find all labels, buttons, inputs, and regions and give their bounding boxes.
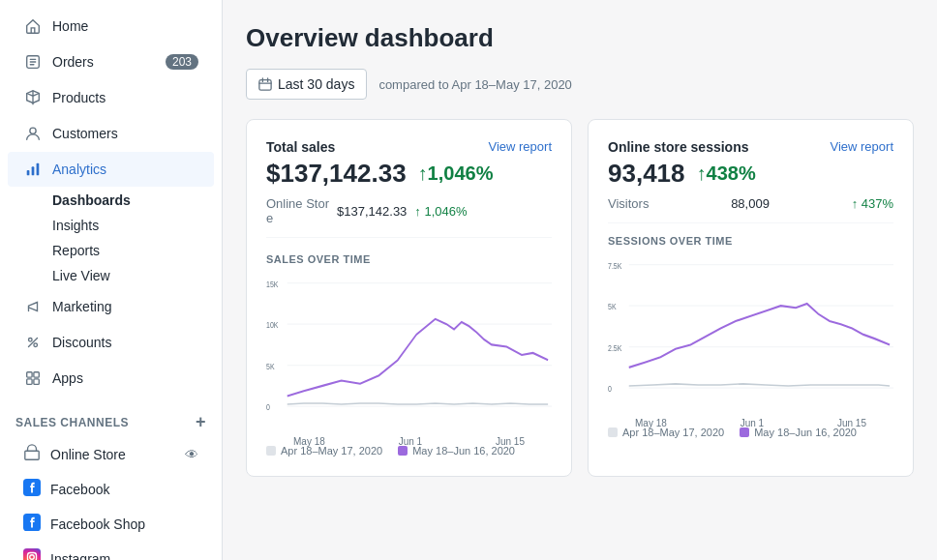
visitors-row: Visitors 88,009 ↑ 437% [608,196,893,223]
svg-rect-14 [23,548,41,560]
total-sales-sub: Online Store $137,142.33 ↑ 1,046% [266,196,552,238]
instagram-icon [23,548,41,560]
visitors-value: 88,009 [731,196,770,211]
analytics-subitems: Dashboards Insights Reports Live View [45,188,222,288]
svg-text:0: 0 [266,401,270,412]
sub-item-reports[interactable]: Reports [45,238,222,263]
sidebar: Home Orders 203 Products Customers Analy… [0,0,223,560]
total-sales-sub-value: $137,142.33 [337,204,407,219]
channel-online-store[interactable]: Online Store 👁 [8,437,214,471]
svg-point-5 [29,339,33,342]
x-label-jun1: Jun 1 [399,436,422,447]
analytics-icon [23,160,43,179]
svg-point-17 [35,553,36,554]
total-sales-sub-change: ↑ 1,046% [414,204,467,219]
sidebar-item-customers-label: Customers [52,126,198,141]
legend-dot-curr [398,446,408,456]
date-picker-button[interactable]: Last 30 days [246,69,367,100]
sub-item-dashboards[interactable]: Dashboards [45,188,222,213]
sidebar-item-home-label: Home [52,18,198,34]
sidebar-item-discounts-label: Discounts [52,335,198,350]
page-title: Overview dashboard [246,23,914,53]
sidebar-item-analytics-label: Analytics [52,162,198,177]
date-compare: compared to Apr 18–May 17, 2020 [378,77,571,92]
total-sales-sub-label: Online Store [266,196,329,225]
sidebar-item-analytics[interactable]: Analytics [8,152,214,187]
legend-dot-prev [266,446,276,456]
svg-point-6 [34,343,38,347]
channel-facebook-label: Facebook [50,482,198,497]
svg-rect-10 [34,379,39,384]
sidebar-item-marketing[interactable]: Marketing [8,289,214,324]
facebook-icon [23,479,41,499]
eye-icon[interactable]: 👁 [185,447,198,462]
sessions-legend-dot-curr [740,427,749,437]
products-icon [23,88,43,107]
svg-text:15K: 15K [266,279,279,289]
facebook-shop-icon [23,514,41,534]
cards-row: Total sales View report $137,142.33 ↑1,0… [246,119,914,477]
home-icon [23,16,43,36]
svg-text:10K: 10K [266,319,279,330]
store-icon [23,444,41,464]
svg-rect-4 [37,163,40,176]
sidebar-item-products[interactable]: Products [8,80,214,115]
svg-rect-18 [259,80,271,91]
total-sales-header: Total sales View report [266,139,552,155]
add-channel-icon[interactable]: + [196,412,206,432]
total-sales-view-report[interactable]: View report [488,139,552,154]
sessions-chart-label: SESSIONS OVER TIME [608,235,893,247]
sidebar-item-marketing-label: Marketing [52,299,198,314]
sub-item-liveview[interactable]: Live View [45,263,222,288]
sidebar-item-home[interactable]: Home [8,9,214,44]
total-sales-card: Total sales View report $137,142.33 ↑1,0… [246,119,572,477]
sessions-view-report[interactable]: View report [830,139,893,154]
channel-online-store-label: Online Store [50,447,175,462]
svg-text:7.5K: 7.5K [608,260,622,271]
channel-instagram[interactable]: Instagram [8,542,214,560]
sessions-title: Online store sessions [608,139,749,155]
total-sales-main: $137,142.33 ↑1,046% [266,159,552,189]
sessions-x-may18: May 18 [635,418,667,428]
svg-rect-3 [32,166,35,175]
svg-text:5K: 5K [266,361,275,371]
svg-text:0: 0 [608,383,612,394]
channel-facebook-shop[interactable]: Facebook Shop [8,507,214,541]
sidebar-item-discounts[interactable]: Discounts [8,325,214,360]
total-sales-title: Total sales [266,139,335,155]
sessions-value: 93,418 [608,159,685,189]
total-sales-value: $137,142.33 [266,159,407,189]
apps-icon [23,368,43,388]
sidebar-item-apps[interactable]: Apps [8,361,214,396]
orders-icon [23,52,43,72]
visitors-change: ↑ 437% [852,196,893,211]
svg-rect-11 [25,451,39,459]
channel-instagram-label: Instagram [50,551,198,561]
date-bar: Last 30 days compared to Apr 18–May 17, … [246,69,914,100]
x-label-jun15: Jun 15 [496,436,525,447]
svg-point-1 [30,128,36,133]
sidebar-item-orders[interactable]: Orders 203 [8,44,214,79]
sidebar-item-orders-label: Orders [52,54,156,70]
sidebar-item-apps-label: Apps [52,370,198,386]
sub-item-insights[interactable]: Insights [45,213,222,238]
sessions-change: ↑438% [697,162,756,185]
sales-chart: 15K 10K 5K 0 May 18 Jun [266,273,552,437]
sidebar-item-products-label: Products [52,90,198,105]
orders-badge: 203 [166,54,198,70]
sessions-chart: 7.5K 5K 2.5K 0 May 18 Jun 1 Jun 15 [608,254,893,419]
sales-channels-header: SALES CHANNELS + [0,397,222,436]
channel-facebook-shop-label: Facebook Shop [50,516,198,532]
discounts-icon [23,333,43,352]
x-label-may18: May 18 [293,436,325,447]
sessions-x-jun15: Jun 15 [837,418,866,428]
sidebar-item-customers[interactable]: Customers [8,116,214,151]
total-sales-change: ↑1,046% [418,162,494,185]
sessions-main: 93,418 ↑438% [608,159,893,189]
customers-icon [23,124,43,143]
svg-rect-8 [34,372,39,377]
svg-text:5K: 5K [608,301,617,311]
channel-facebook[interactable]: Facebook [8,472,214,506]
svg-rect-7 [27,372,32,377]
date-picker-label: Last 30 days [278,76,354,92]
